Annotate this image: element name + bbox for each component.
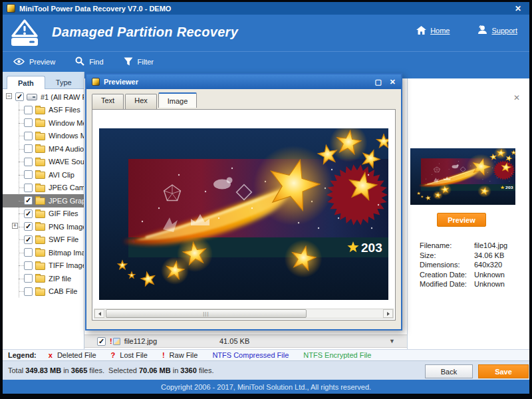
tree-root-item[interactable]: −✓#1 (All RAW Files)	[3, 90, 84, 104]
info-field-value: 640x320	[474, 261, 502, 269]
svg-text:203: 203	[505, 186, 513, 190]
tree-checkbox[interactable]	[24, 274, 33, 283]
raw-file-icon: !	[110, 337, 120, 345]
dialog-maximize-button[interactable]: ▢	[374, 78, 381, 86]
info-field-label: Filename:	[420, 241, 474, 249]
tree-checkbox[interactable]	[24, 132, 33, 140]
legend-item-label: Lost File	[120, 351, 148, 359]
tree-item[interactable]: +✓PNG Image	[3, 220, 84, 233]
tree-item-label: ZIP file	[49, 275, 71, 283]
find-button[interactable]: Find	[75, 57, 103, 67]
legend-mark-icon: ?	[111, 351, 116, 359]
folder-icon	[35, 133, 45, 140]
support-link[interactable]: Support	[477, 25, 517, 36]
dropdown-arrow-icon[interactable]: ▼	[389, 338, 395, 344]
tree-checkbox[interactable]	[24, 261, 33, 270]
tree-checkbox[interactable]	[24, 170, 33, 179]
tree-checkbox[interactable]: ✓	[15, 92, 24, 101]
home-icon	[416, 26, 426, 36]
tree-checkbox[interactable]	[24, 184, 33, 192]
dialog-title-bar[interactable]: Previewer ▢ ✕	[86, 74, 401, 89]
tree-item[interactable]: Windows Media	[3, 130, 84, 143]
filter-icon	[124, 57, 133, 67]
preview-button[interactable]: Preview	[13, 58, 55, 66]
dialog-title: Previewer	[104, 78, 138, 86]
tree-item[interactable]: AVI Clip	[3, 168, 84, 182]
tree-branch-line	[19, 253, 24, 253]
tree-item-label: GIF Files	[49, 209, 78, 217]
window-close-button[interactable]: ✕	[511, 4, 525, 13]
tree-checkbox[interactable]	[24, 287, 33, 296]
tree-item[interactable]: WAVE Sound	[3, 156, 84, 169]
info-preview-button[interactable]: Preview	[437, 213, 486, 227]
folder-icon	[35, 263, 45, 270]
tree-item-label: #1 (All RAW Files)	[41, 93, 84, 101]
tree-checkbox[interactable]	[24, 158, 33, 166]
legend-item-label: Raw File	[170, 351, 198, 359]
dialog-close-button[interactable]: ✕	[390, 78, 396, 86]
tree-checkbox[interactable]	[24, 248, 33, 257]
horizontal-scrollbar[interactable]: |||	[94, 309, 394, 319]
tab-type[interactable]: Type	[45, 76, 82, 88]
tree-item[interactable]: ✓SWF File	[3, 233, 84, 247]
folder-tree: −✓#1 (All RAW Files)ASF FilesWindow Medi…	[3, 89, 84, 298]
tree-item[interactable]: ASF Files	[3, 104, 84, 117]
folder-icon	[35, 146, 45, 153]
info-field-row: Creation Date:Unknown	[420, 270, 507, 280]
tree-item[interactable]: TIFF Image File	[3, 259, 84, 273]
thumbnail-image[interactable]: 203	[410, 148, 515, 205]
tree-item[interactable]: ✓JPEG Graphics file	[3, 194, 84, 207]
tab-path[interactable]: Path	[7, 76, 45, 89]
tree-item[interactable]: Window Media	[3, 116, 84, 130]
image-preview-area: 203 |||	[92, 109, 396, 321]
tree-checkbox[interactable]	[24, 144, 33, 153]
scroll-right-button[interactable]	[383, 309, 393, 318]
info-field-row: Modified Date:Unknown	[420, 279, 507, 289]
legend-item-label: NTFS Encrypted File	[303, 351, 371, 359]
tree-checkbox[interactable]	[24, 106, 33, 114]
folder-icon	[35, 275, 45, 283]
scrollbar-track[interactable]: |||	[104, 309, 383, 318]
tree-checkbox[interactable]: ✓	[24, 235, 33, 244]
info-field-label: Creation Date:	[420, 271, 474, 279]
tree-checkbox[interactable]: ✓	[24, 222, 33, 231]
legend-item: NTFS Compressed File	[212, 351, 289, 359]
back-button[interactable]: Back	[425, 364, 473, 378]
filter-button[interactable]: Filter	[124, 57, 154, 67]
tree-expander-icon[interactable]: +	[12, 223, 18, 229]
tree-checkbox[interactable]: ✓	[24, 209, 33, 218]
scroll-left-button[interactable]	[94, 309, 104, 318]
previewer-tabs: Text Hex Image	[86, 89, 401, 109]
tree-item[interactable]: CAB File	[3, 285, 84, 299]
scrollbar-thumb[interactable]: |||	[106, 309, 307, 318]
file-checkbox[interactable]: ✓	[97, 337, 106, 346]
file-size: 41.05 KB	[219, 337, 249, 345]
tree-item[interactable]: ✓GIF Files	[3, 207, 84, 221]
folder-icon	[35, 185, 45, 192]
tree-item-label: AVI Clip	[49, 171, 74, 179]
file-list-row[interactable]: ✓ ! file112.jpg 41.05 KB ▼	[84, 334, 407, 348]
tree-expander-icon[interactable]: −	[6, 93, 12, 99]
info-field-label: Modified Date:	[420, 280, 474, 288]
tree-item[interactable]: ZIP file	[3, 272, 84, 285]
status-segment: in	[171, 366, 181, 374]
info-field-label: Dimensions:	[420, 261, 474, 269]
tree-branch-line	[19, 110, 24, 110]
tree-item[interactable]: Bitmap Image	[3, 246, 84, 259]
status-segment: Selected	[104, 366, 139, 374]
tree-checkbox[interactable]: ✓	[24, 196, 33, 205]
tab-hex[interactable]: Hex	[125, 94, 157, 109]
tab-image[interactable]: Image	[158, 92, 198, 108]
tab-text[interactable]: Text	[92, 94, 124, 109]
home-link[interactable]: Home	[416, 26, 450, 36]
app-window: MiniTool Power Data Recovery V7.0 - DEMO…	[0, 0, 532, 399]
tree-item-label: Bitmap Image	[49, 249, 84, 257]
copyright-text: Copyright 2006 - 2017, MiniTool Solution…	[161, 383, 371, 391]
save-button[interactable]: Save	[478, 364, 529, 378]
tree-item[interactable]: JPEG Camera file	[3, 182, 84, 195]
folder-icon	[35, 198, 45, 205]
panel-close-icon[interactable]: ✕	[513, 93, 520, 102]
tree-checkbox[interactable]	[24, 118, 33, 127]
tree-item[interactable]: MP4 Audio File	[3, 142, 84, 156]
tree-item-label: Window Media	[49, 119, 84, 127]
